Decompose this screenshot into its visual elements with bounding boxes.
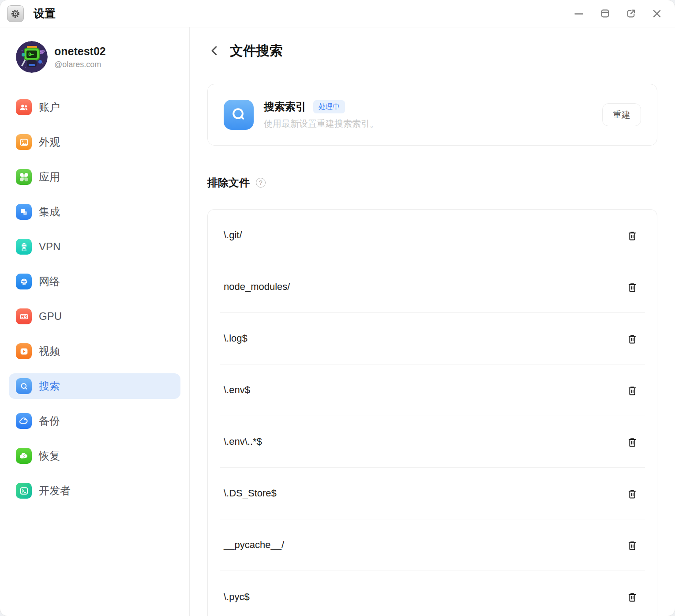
user-profile[interactable]: 0← onetest02 @olares.com [16, 41, 189, 73]
video-icon [16, 343, 32, 359]
pattern-text: \.git/ [224, 229, 242, 241]
delete-pattern-button[interactable] [626, 538, 639, 552]
sidebar-item-account[interactable]: 账户 [9, 94, 180, 120]
search-icon [16, 378, 32, 394]
appearance-icon [16, 134, 32, 150]
pattern-text: \.DS_Store$ [224, 488, 277, 499]
sidebar-item-integration[interactable]: 集成 [9, 199, 180, 225]
sidebar-item-label: 集成 [39, 205, 60, 219]
sidebar-item-label: 备份 [39, 414, 60, 428]
exclude-section-header: 排除文件 ? [207, 176, 657, 190]
sidebar-item-label: VPN [39, 240, 60, 253]
sidebar-item-video[interactable]: 视频 [9, 338, 180, 364]
open-external-icon[interactable] [625, 8, 637, 19]
status-badge: 处理中 [313, 100, 345, 113]
exclude-pattern-row: \.DS_Store$ [220, 468, 645, 519]
sidebar-item-label: 开发者 [39, 484, 71, 498]
delete-pattern-button[interactable] [626, 331, 639, 346]
delete-pattern-button[interactable] [626, 228, 639, 242]
pattern-text: __pycache__/ [224, 539, 284, 551]
sidebar-item-label: 网络 [39, 274, 60, 289]
user-domain: @olares.com [54, 60, 106, 69]
page-header: 文件搜索 [207, 40, 657, 62]
users-icon [16, 99, 32, 115]
gpu-icon [16, 308, 32, 324]
settings-window: 设置 [0, 0, 675, 616]
pattern-text: \.pyc$ [224, 591, 250, 603]
window-controls [573, 8, 663, 19]
app-title: 设置 [34, 6, 56, 21]
sidebar-item-label: 搜索 [39, 379, 60, 393]
sidebar-item-label: 视频 [39, 344, 60, 358]
sidebar-item-vpn[interactable]: VPN [9, 234, 180, 259]
sidebar-item-apps[interactable]: 应用 [9, 164, 180, 190]
developer-icon [16, 483, 32, 499]
index-card-description: 使用最新设置重建搜索索引。 [264, 118, 379, 130]
delete-pattern-button[interactable] [626, 435, 639, 449]
exclude-pattern-row: \.pyc$ [220, 571, 645, 616]
sidebar-item-developer[interactable]: 开发者 [9, 478, 180, 503]
page-title: 文件搜索 [230, 42, 283, 60]
sidebar-item-backup[interactable]: 备份 [9, 408, 180, 434]
help-icon[interactable]: ? [256, 178, 266, 188]
username: onetest02 [54, 45, 106, 58]
network-icon [16, 274, 32, 289]
sidebar-item-label: 账户 [39, 100, 60, 114]
exclude-pattern-row: \.log$ [220, 313, 645, 364]
exclude-pattern-row: \.git/ [220, 210, 645, 261]
close-icon[interactable] [651, 8, 663, 19]
rebuild-button[interactable]: 重建 [602, 103, 641, 126]
minimize-button[interactable] [573, 8, 585, 19]
titlebar: 设置 [0, 0, 675, 27]
sidebar-item-label: 应用 [39, 170, 60, 184]
sidebar-item-search[interactable]: 搜索 [9, 373, 180, 399]
exclude-pattern-row: \.env\..*$ [220, 416, 645, 468]
exclude-pattern-row: __pycache__/ [220, 519, 645, 571]
delete-pattern-button[interactable] [626, 383, 639, 397]
sidebar-item-appearance[interactable]: 外观 [9, 129, 180, 155]
integration-icon [16, 204, 32, 220]
delete-pattern-button[interactable] [626, 486, 639, 500]
pattern-text: \.env\..*$ [224, 436, 262, 447]
sidebar-item-label: GPU [39, 310, 62, 323]
exclude-list: \.git/ node_modules/ \.log$ [207, 209, 657, 616]
sidebar-item-restore[interactable]: 恢复 [9, 443, 180, 469]
delete-pattern-button[interactable] [626, 280, 639, 294]
gear-icon [7, 5, 24, 22]
sidebar-menu: 账户 外观 应用 [0, 94, 189, 503]
pattern-text: node_modules/ [224, 281, 290, 293]
sidebar-item-label: 外观 [39, 135, 60, 149]
sidebar: 0← onetest02 @olares.com 账户 [0, 27, 190, 616]
exclude-pattern-row: node_modules/ [220, 261, 645, 313]
svg-text:0←: 0← [28, 52, 34, 57]
pattern-text: \.log$ [224, 333, 248, 344]
index-card-title: 搜索索引 [264, 100, 306, 114]
maximize-button[interactable] [599, 8, 611, 19]
search-index-card: 搜索索引 处理中 使用最新设置重建搜索索引。 重建 [207, 84, 657, 146]
backup-cloud-icon [16, 413, 32, 429]
sidebar-item-gpu[interactable]: GPU [9, 304, 180, 329]
search-index-icon [224, 100, 254, 130]
sidebar-item-label: 恢复 [39, 449, 60, 463]
back-icon[interactable] [207, 42, 221, 60]
vpn-icon [16, 239, 32, 255]
exclude-pattern-row: \.env$ [220, 364, 645, 416]
delete-pattern-button[interactable] [626, 590, 639, 604]
restore-cloud-icon [16, 448, 32, 464]
main-panel: 文件搜索 搜索索引 处理中 使用最新设置重建搜索索引。 重建 排除文件 ? [190, 27, 675, 616]
sidebar-item-network[interactable]: 网络 [9, 269, 180, 294]
pattern-text: \.env$ [224, 384, 250, 396]
exclude-heading: 排除文件 [207, 176, 250, 190]
apps-icon [16, 169, 32, 185]
avatar: 0← [16, 41, 48, 73]
